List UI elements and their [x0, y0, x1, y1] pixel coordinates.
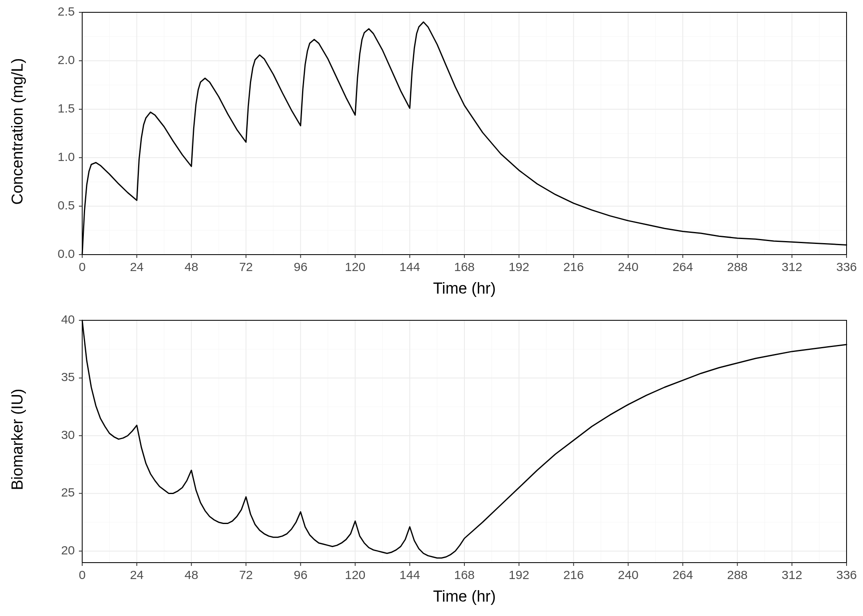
- y-tick-label: 1.0: [58, 150, 75, 163]
- x-tick-label: 240: [618, 568, 639, 582]
- x-axis-title: Time (hr): [433, 280, 496, 297]
- y-tick-label: 20: [61, 543, 75, 557]
- x-tick-label: 120: [345, 568, 365, 582]
- x-tick-label: 264: [672, 568, 693, 582]
- x-tick-label: 312: [782, 260, 802, 274]
- y-tick-label: 25: [61, 485, 75, 499]
- concentration-panel: 0244872961201441681922162402642883123360…: [0, 0, 863, 308]
- x-tick-label: 168: [454, 260, 475, 274]
- y-axis-title: Concentration (mg/L): [9, 58, 26, 205]
- x-tick-label: 192: [509, 260, 529, 274]
- x-tick-label: 24: [130, 568, 143, 582]
- x-tick-label: 48: [185, 568, 198, 582]
- biomarker-plot: 0244872961201441681922162402642883123362…: [0, 308, 863, 616]
- x-tick-label: 288: [727, 568, 748, 582]
- x-tick-label: 72: [239, 568, 253, 582]
- y-tick-label: 30: [61, 428, 75, 441]
- y-axis-title: Biomarker (IU): [9, 388, 26, 490]
- y-tick-label: 2.5: [58, 5, 75, 18]
- x-tick-label: 288: [727, 260, 748, 274]
- x-tick-label: 144: [399, 568, 420, 582]
- x-tick-label: 120: [345, 260, 365, 274]
- x-tick-label: 96: [294, 260, 307, 274]
- y-tick-label: 0.0: [58, 247, 75, 260]
- x-tick-label: 216: [563, 260, 584, 274]
- x-tick-label: 336: [836, 568, 857, 582]
- x-tick-label: 48: [185, 260, 198, 274]
- y-tick-label: 2.0: [58, 53, 75, 67]
- biomarker-panel: 0244872961201441681922162402642883123362…: [0, 308, 863, 616]
- x-axis-title: Time (hr): [433, 588, 496, 605]
- y-tick-label: 35: [61, 370, 75, 384]
- concentration-plot: 0244872961201441681922162402642883123360…: [0, 0, 863, 308]
- x-tick-label: 144: [399, 260, 420, 274]
- x-tick-label: 0: [79, 260, 86, 274]
- x-tick-label: 192: [509, 568, 529, 582]
- x-tick-label: 72: [239, 260, 253, 274]
- chart-page: 0244872961201441681922162402642883123360…: [0, 0, 863, 616]
- x-tick-label: 312: [782, 568, 802, 582]
- x-tick-label: 0: [79, 568, 86, 582]
- x-tick-label: 168: [454, 568, 475, 582]
- x-tick-label: 24: [130, 260, 143, 274]
- y-tick-label: 1.5: [58, 101, 75, 115]
- x-tick-label: 264: [672, 260, 693, 274]
- x-tick-label: 336: [836, 260, 857, 274]
- x-tick-label: 96: [294, 568, 307, 582]
- y-tick-label: 40: [61, 313, 75, 326]
- x-tick-label: 240: [618, 260, 639, 274]
- x-tick-label: 216: [563, 568, 584, 582]
- y-tick-label: 0.5: [58, 198, 75, 212]
